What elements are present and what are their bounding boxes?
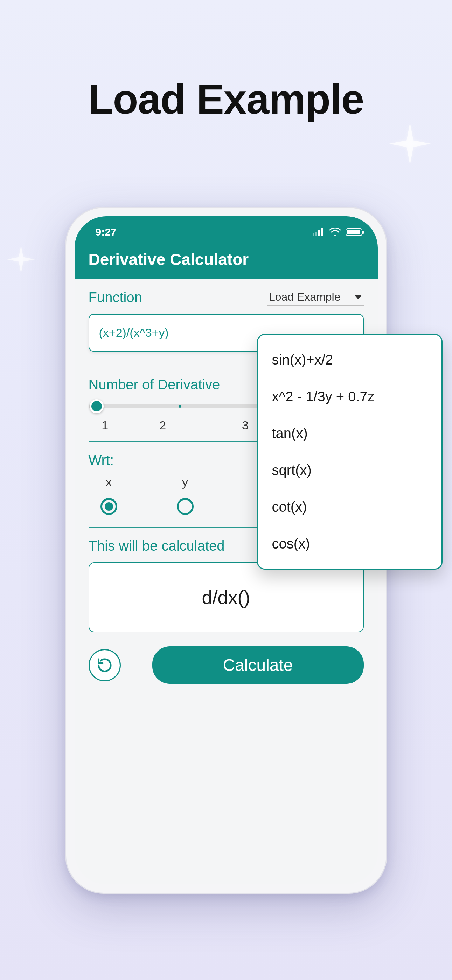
sparkle-decoration (7, 245, 35, 274)
status-time: 9:27 (95, 226, 117, 238)
chevron-down-icon (355, 295, 362, 299)
cellular-icon (312, 228, 325, 236)
svg-rect-1 (316, 232, 317, 236)
svg-rect-0 (312, 233, 314, 236)
reset-button[interactable] (89, 649, 121, 681)
example-option[interactable]: sin(x)+x/2 (258, 341, 441, 378)
wrt-option-y[interactable] (177, 498, 193, 515)
wifi-icon (330, 228, 341, 236)
svg-rect-3 (321, 228, 323, 236)
page-title: Load Example (0, 75, 452, 123)
calc-preview-value: d/dx() (201, 586, 250, 608)
app-title: Derivative Calculator (75, 247, 378, 279)
wrt-option-y-label: y (182, 475, 188, 489)
wrt-option-x-label: x (106, 475, 112, 489)
function-label: Function (89, 290, 142, 305)
example-option[interactable]: sqrt(x) (258, 452, 441, 488)
calculate-button[interactable]: Calculate (152, 646, 364, 684)
status-indicators (312, 228, 362, 236)
svg-rect-2 (318, 230, 320, 236)
example-option[interactable]: x^2 - 1/3y + 0.7z (258, 378, 441, 415)
example-option[interactable]: tan(x) (258, 415, 441, 452)
calc-preview-box: d/dx() (89, 562, 364, 632)
app-header: 9:27 Derivative Calcula (75, 216, 378, 279)
sparkle-decoration (389, 123, 431, 165)
phone-frame: 9:27 Derivative Calcula (65, 207, 387, 894)
slider-thumb[interactable] (90, 399, 104, 413)
example-option[interactable]: cot(x) (258, 488, 441, 525)
wrt-option-x[interactable] (100, 498, 117, 515)
load-example-dropdown[interactable]: Load Example (267, 289, 364, 305)
example-option[interactable]: cos(x) (258, 525, 441, 562)
status-bar: 9:27 (75, 223, 378, 247)
load-example-menu: sin(x)+x/2 x^2 - 1/3y + 0.7z tan(x) sqrt… (257, 334, 442, 570)
battery-icon (346, 228, 362, 236)
reset-icon (97, 657, 113, 673)
dropdown-label: Load Example (269, 291, 341, 304)
